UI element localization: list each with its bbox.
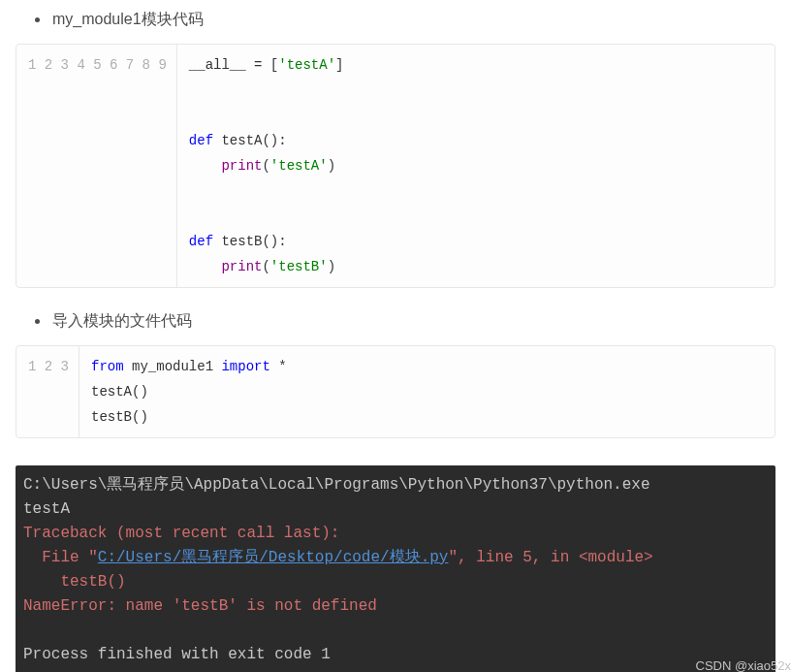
watermark: CSDN @xiao52x (696, 658, 791, 672)
code-block-2: 1 2 3 from my_module1 import * testA() t… (16, 345, 775, 438)
code-lines: from my_module1 import * testA() testB() (79, 346, 775, 437)
code-block-1: 1 2 3 4 5 6 7 8 9 __all__ = ['testA'] de… (16, 44, 775, 288)
terminal-traceback: Traceback (most recent call last): (23, 525, 339, 542)
terminal-exit: Process finished with exit code 1 (23, 646, 331, 663)
terminal-output: C:\Users\黑马程序员\AppData\Local\Programs\Py… (16, 465, 775, 672)
terminal-call: testB() (23, 573, 126, 591)
terminal-file-link[interactable]: C:/Users/黑马程序员/Desktop/code/模块.py (98, 549, 449, 566)
terminal-file-prefix: File " (23, 549, 98, 566)
line-number-gutter: 1 2 3 4 5 6 7 8 9 (16, 45, 177, 287)
section-heading-2: 导入模块的文件代码 (16, 311, 775, 332)
line-number-gutter: 1 2 3 (16, 346, 79, 437)
section-heading-1: my_module1模块代码 (16, 10, 775, 30)
heading-text-1: my_module1模块代码 (50, 10, 775, 30)
terminal-line: testA (23, 500, 70, 518)
code-lines: __all__ = ['testA'] def testA(): print('… (177, 45, 775, 287)
terminal-line: C:\Users\黑马程序员\AppData\Local\Programs\Py… (23, 476, 650, 494)
heading-text-2: 导入模块的文件代码 (50, 311, 775, 332)
terminal-error: NameError: name 'testB' is not defined (23, 597, 377, 615)
terminal-file-suffix: ", line 5, in <module> (448, 549, 652, 566)
